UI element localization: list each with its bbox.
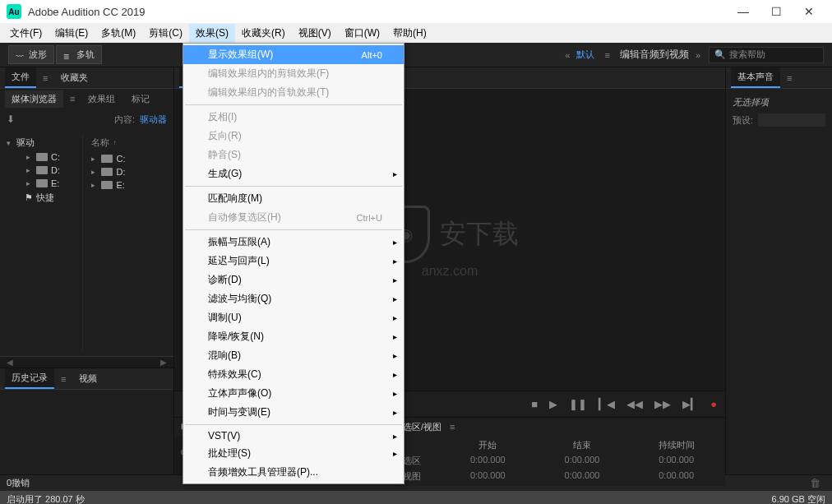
- workspace-prev-icon[interactable]: «: [565, 50, 570, 60]
- close-button[interactable]: ✕: [793, 0, 825, 23]
- menubar: 文件(F)编辑(E)多轨(M)剪辑(C)效果(S)收藏夹(R)视图(V)窗口(W…: [0, 23, 832, 43]
- workspace-menu-icon[interactable]: ≡: [601, 50, 612, 60]
- drive-icon: [36, 179, 48, 187]
- tree-item[interactable]: ▸E:: [3, 177, 79, 190]
- menu-item: 编辑效果组内的音轨效果(T): [183, 83, 404, 102]
- app-icon: Au: [7, 4, 21, 19]
- workspace-next-icon[interactable]: »: [696, 50, 700, 60]
- panel-menu-icon[interactable]: ≡: [67, 94, 78, 104]
- scrollbar[interactable]: ◀ ▶: [0, 356, 173, 368]
- menu-item[interactable]: 调制(U)▸: [183, 308, 404, 327]
- menu-item[interactable]: 滤波与均衡(Q)▸: [183, 289, 404, 308]
- subtab-markers[interactable]: 标记: [125, 90, 156, 108]
- tree-item[interactable]: ▸ C:: [88, 152, 170, 165]
- pause-button[interactable]: ❚❚: [569, 398, 587, 410]
- menu-item[interactable]: 降噪/恢复(N)▸: [183, 327, 404, 346]
- rewind-button[interactable]: ◀◀: [626, 398, 643, 410]
- col-start: 开始: [446, 439, 530, 451]
- search-icon: 🔍: [714, 49, 726, 60]
- tab-history[interactable]: 历史记录: [5, 368, 54, 389]
- menu-item[interactable]: 显示效果组(W)Alt+0: [183, 45, 404, 64]
- menu-item: 反相(I): [183, 108, 404, 127]
- menu-item[interactable]: 振幅与压限(A)▸: [183, 233, 404, 252]
- menu-1[interactable]: 编辑(E): [49, 24, 95, 43]
- tree-item[interactable]: ▸ D:: [88, 165, 170, 178]
- menu-item: 反向(R): [183, 127, 404, 146]
- menu-item[interactable]: 混响(B)▸: [183, 346, 404, 365]
- col-duration: 持续时间: [634, 439, 719, 451]
- tree-item[interactable]: ▸D:: [3, 164, 79, 177]
- menu-0[interactable]: 文件(F): [3, 24, 49, 43]
- workspace-editaudiotovideo[interactable]: 编辑音频到视频: [620, 48, 689, 62]
- menu-item[interactable]: 延迟与回声(L)▸: [183, 252, 404, 270]
- menu-6[interactable]: 视图(V): [292, 24, 338, 43]
- row-view-label: 视图: [403, 470, 436, 483]
- workspace-default[interactable]: 默认: [576, 49, 594, 61]
- selection-duration[interactable]: 0:00.000: [634, 455, 719, 467]
- tree-item[interactable]: ⚑快捷: [3, 190, 79, 206]
- trash-icon[interactable]: 🗑: [805, 477, 825, 489]
- panel-menu-icon[interactable]: ≡: [783, 73, 795, 83]
- record-button[interactable]: ●: [710, 398, 717, 410]
- stop-button[interactable]: ■: [531, 398, 538, 410]
- submenu-arrow-icon: ▸: [393, 408, 397, 417]
- name-column-header[interactable]: 名称: [91, 136, 109, 149]
- subtab-effects-rack[interactable]: 效果组: [81, 90, 122, 108]
- scroll-left-icon[interactable]: ◀: [3, 358, 16, 367]
- waveform-icon: [16, 51, 25, 59]
- menu-item[interactable]: 批处理(S)▸: [183, 444, 404, 463]
- menu-7[interactable]: 窗口(W): [338, 24, 386, 43]
- menu-2[interactable]: 多轨(M): [95, 24, 142, 43]
- menu-8[interactable]: 帮助(H): [386, 24, 433, 43]
- menu-item[interactable]: 立体声声像(O)▸: [183, 384, 404, 403]
- menu-4[interactable]: 效果(S): [189, 24, 235, 43]
- play-button[interactable]: ▶: [549, 398, 557, 410]
- tree-item[interactable]: ▾驱动: [3, 135, 79, 150]
- preset-label: 预设:: [733, 114, 753, 127]
- waveform-button[interactable]: 波形: [8, 45, 54, 64]
- scroll-right-icon[interactable]: ▶: [157, 358, 170, 367]
- multitrack-button[interactable]: 多轨: [56, 45, 102, 64]
- tab-favorites[interactable]: 收藏夹: [54, 68, 95, 87]
- no-selection-text: 无选择项: [733, 94, 825, 111]
- submenu-arrow-icon: ▸: [393, 313, 397, 322]
- menu-item[interactable]: 诊断(D)▸: [183, 270, 404, 289]
- submenu-arrow-icon: ▸: [393, 351, 397, 360]
- content-dropdown[interactable]: 驱动器: [140, 113, 167, 126]
- menu-item[interactable]: 生成(G)▸: [183, 164, 404, 183]
- search-help-input[interactable]: 🔍 搜索帮助: [709, 47, 824, 63]
- window-title: Adobe Audition CC 2019: [28, 6, 727, 18]
- menu-item[interactable]: 时间与变调(E)▸: [183, 403, 404, 422]
- subtab-media-browser[interactable]: 媒体浏览器: [5, 90, 63, 108]
- skip-forward-button[interactable]: ▶▎: [682, 398, 699, 410]
- tab-files[interactable]: 文件: [5, 67, 36, 88]
- menu-item[interactable]: 音频增效工具管理器(P)...: [183, 463, 404, 482]
- menu-5[interactable]: 收藏夹(R): [235, 24, 292, 43]
- panel-menu-icon[interactable]: ≡: [58, 374, 69, 384]
- minimize-button[interactable]: —: [727, 0, 760, 23]
- tab-video[interactable]: 视频: [72, 369, 104, 388]
- preset-input[interactable]: [758, 113, 825, 127]
- tree-item[interactable]: ▸C:: [3, 150, 79, 164]
- panel-menu-icon[interactable]: ≡: [446, 422, 458, 432]
- drive-icon: [101, 155, 113, 163]
- statusbar-lower: 启动用了 280.07 秒 6.90 GB 空闲: [0, 491, 832, 504]
- forward-button[interactable]: ▶▶: [654, 398, 671, 410]
- skip-back-button[interactable]: ▎◀: [599, 398, 615, 410]
- menu-item[interactable]: VST(V)▸: [183, 428, 404, 444]
- menu-3[interactable]: 剪辑(C): [142, 24, 189, 43]
- panel-menu-icon[interactable]: ≡: [39, 73, 51, 83]
- view-end[interactable]: 0:00.000: [540, 470, 625, 483]
- toolbar: 波形 多轨 « 默认 ≡ 编辑音频到视频 » 🔍 搜索帮助: [0, 43, 832, 67]
- view-duration[interactable]: 0:00.000: [634, 470, 719, 483]
- tree-item[interactable]: ▸ E:: [88, 178, 170, 192]
- view-start[interactable]: 0:00.000: [446, 470, 530, 483]
- submenu-arrow-icon: ▸: [393, 238, 397, 247]
- selection-start[interactable]: 0:00.000: [446, 455, 530, 467]
- import-icon[interactable]: ⬇: [7, 113, 15, 125]
- maximize-button[interactable]: ☐: [760, 0, 793, 23]
- tab-essential-sound[interactable]: 基本声音: [731, 67, 780, 88]
- menu-item[interactable]: 匹配响度(M): [183, 189, 404, 208]
- selection-end[interactable]: 0:00.000: [540, 455, 625, 467]
- menu-item[interactable]: 特殊效果(C)▸: [183, 365, 404, 384]
